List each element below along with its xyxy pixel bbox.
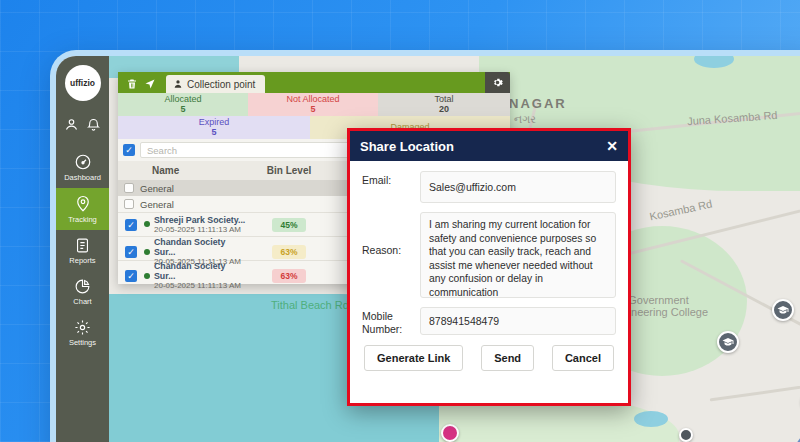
row-name: Shreeji Park Society... (154, 215, 245, 225)
report-icon (74, 237, 91, 254)
sidebar: uffizio Dashboard (56, 56, 109, 442)
uffizio-logo: uffizio (65, 65, 101, 101)
generate-link-button[interactable]: Generate Link (364, 345, 463, 371)
bell-icon[interactable] (86, 117, 101, 132)
column-name[interactable]: Name (144, 165, 249, 176)
location-pin-icon (74, 195, 92, 213)
status-dot-icon (144, 273, 150, 279)
tab-collection-point[interactable]: Collection point (166, 75, 265, 93)
stats-row-1: Allocated 5 Not Allocated 5 Total 20 (118, 93, 510, 116)
group-checkbox[interactable] (124, 183, 134, 193)
bin-level-badge: 45% (272, 218, 306, 232)
close-icon[interactable]: ✕ (606, 139, 618, 153)
sidebar-item-label: Chart (73, 297, 91, 306)
pie-chart-icon (74, 278, 91, 295)
poi-marker-icon[interactable] (441, 424, 459, 442)
stat-expired: Expired 5 (118, 116, 310, 139)
sidebar-item-tracking[interactable]: Tracking (56, 188, 109, 230)
modal-header: Share Location ✕ (350, 131, 628, 161)
row-checkbox[interactable]: ✓ (125, 219, 137, 231)
row-checkbox[interactable]: ✓ (125, 270, 137, 282)
select-all-checkbox[interactable]: ✓ (123, 144, 135, 156)
stat-not-allocated: Not Allocated 5 (248, 93, 378, 116)
group-label: General (140, 199, 174, 210)
row-name: Chandan Society Sur... (154, 261, 249, 281)
panel-settings-button[interactable] (485, 72, 510, 93)
sidebar-nav: Dashboard Tracking Reports (56, 146, 109, 353)
mobile-number-field[interactable]: 878941548479 (420, 307, 616, 335)
person-pin-icon (173, 79, 183, 89)
modal-button-row: Generate Link Send Cancel (362, 345, 616, 371)
map-label-nagar: NAGAR (509, 96, 567, 111)
map-road (710, 373, 800, 401)
sidebar-item-chart[interactable]: Chart (56, 271, 109, 312)
row-date: 20-05-2025 11:11:13 AM (154, 225, 245, 234)
sidebar-item-label: Settings (69, 338, 96, 347)
tab-label: Collection point (187, 79, 255, 90)
map-pond (634, 411, 668, 427)
modal-body: Email: Sales@uffizio.com Reason: I am sh… (350, 161, 628, 371)
education-marker-icon[interactable] (772, 299, 794, 321)
dashboard-icon (74, 153, 92, 171)
sidebar-item-reports[interactable]: Reports (56, 230, 109, 271)
reason-label: Reason: (362, 212, 420, 257)
row-checkbox[interactable]: ✓ (125, 246, 137, 258)
row-name: Chandan Society Sur... (154, 237, 249, 257)
row-date: 20-05-2025 11:11:13 AM (154, 281, 249, 290)
gear-icon (492, 77, 503, 88)
modal-title: Share Location (360, 139, 454, 154)
send-button[interactable]: Send (481, 345, 534, 371)
gear-icon (74, 319, 91, 336)
sidebar-item-dashboard[interactable]: Dashboard (56, 146, 109, 188)
trash-icon[interactable] (126, 78, 138, 90)
education-marker-icon[interactable] (717, 331, 739, 353)
status-dot-icon (144, 249, 150, 255)
status-dot-icon (144, 221, 150, 227)
stat-total: Total 20 (378, 93, 510, 116)
navigate-arrow-icon[interactable] (144, 78, 156, 90)
sidebar-item-label: Dashboard (64, 173, 101, 182)
mobile-number-label: Mobile Number: (362, 307, 420, 336)
map-label-kosamba-rd: Kosamba Rd (648, 198, 713, 223)
sidebar-item-label: Reports (69, 256, 95, 265)
desktop: NAGAR નગર Juna Kosamba Rd Kosamba Rd Tit… (0, 0, 800, 442)
share-location-modal: Share Location ✕ Email: Sales@uffizio.co… (347, 128, 631, 406)
bin-level-badge: 63% (272, 245, 306, 259)
map-label-nagar-gujarati: નગર (514, 113, 536, 126)
user-icon[interactable] (64, 117, 79, 132)
sidebar-item-settings[interactable]: Settings (56, 312, 109, 353)
email-label: Email: (362, 171, 420, 187)
reason-field[interactable]: I am sharing my current location for saf… (420, 212, 616, 298)
cancel-button[interactable]: Cancel (552, 345, 614, 371)
map-label-tithal-beach-rd: Tithal Beach Rd (271, 299, 349, 311)
poi-marker-icon[interactable] (679, 428, 693, 442)
panel-toolbar: Collection point (118, 72, 510, 93)
bin-level-badge: 63% (272, 269, 306, 283)
map-river-road (780, 410, 800, 442)
column-bin-level[interactable]: Bin Level (249, 165, 329, 176)
sidebar-item-label: Tracking (68, 215, 96, 224)
stat-allocated: Allocated 5 (118, 93, 248, 116)
email-field[interactable]: Sales@uffizio.com (420, 171, 616, 203)
group-label: General (140, 183, 174, 194)
group-checkbox[interactable] (124, 199, 134, 209)
